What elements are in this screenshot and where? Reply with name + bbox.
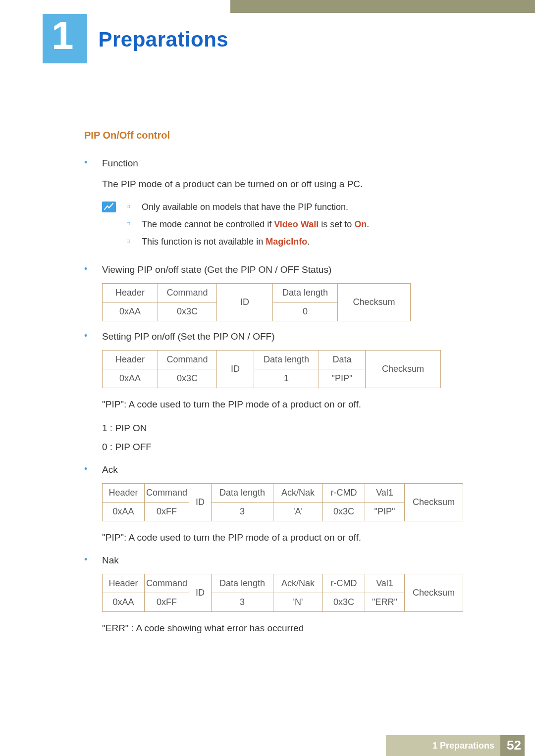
table-cell: Header bbox=[103, 484, 145, 503]
bullet-icon bbox=[84, 329, 102, 344]
table-cell: 0xAA bbox=[103, 302, 158, 321]
ack-label: Ack bbox=[102, 462, 118, 477]
table-cell: Val1 bbox=[365, 484, 405, 503]
table-cell: Checksum bbox=[405, 484, 463, 521]
chapter-tab: 1 bbox=[43, 14, 87, 63]
top-band bbox=[230, 0, 535, 13]
table-cell: ID bbox=[189, 574, 212, 612]
bullet-icon bbox=[84, 462, 102, 477]
pip-desc: "PIP": A code used to turn the PIP mode … bbox=[102, 396, 485, 413]
footer-label: 1 Preparations bbox=[432, 741, 494, 751]
table-cell: "ERR" bbox=[365, 593, 405, 612]
note-2: The mode cannot be controlled if Video W… bbox=[142, 218, 369, 231]
table-cell: 1 bbox=[254, 369, 319, 388]
table-cell: 3 bbox=[212, 503, 273, 521]
square-bullet-icon bbox=[127, 235, 142, 249]
table-cell: 0x3C bbox=[323, 593, 365, 612]
table-ack: Header Command ID Data length Ack/Nak r-… bbox=[102, 483, 463, 521]
table-cell: Command bbox=[145, 574, 189, 593]
table-cell: 0 bbox=[273, 302, 338, 321]
table-cell: Checksum bbox=[366, 351, 441, 388]
section-heading: PIP On/Off control bbox=[84, 130, 485, 141]
bullet-icon bbox=[84, 553, 102, 568]
table-cell: Header bbox=[103, 284, 158, 302]
pip-on: 1 : PIP ON bbox=[102, 420, 485, 437]
table-cell: Ack/Nak bbox=[273, 574, 323, 593]
pip-off: 0 : PIP OFF bbox=[102, 439, 485, 455]
chapter-header: 1 Preparations bbox=[43, 14, 228, 63]
table-cell: Header bbox=[103, 351, 158, 369]
table-cell: "PIP" bbox=[319, 369, 366, 388]
table-cell: Checksum bbox=[338, 284, 411, 321]
square-bullet-icon bbox=[127, 201, 142, 214]
table-cell: 0xFF bbox=[145, 593, 189, 612]
function-label: Function bbox=[102, 156, 138, 171]
chapter-number: 1 bbox=[52, 16, 74, 55]
table-cell: Data length bbox=[212, 484, 273, 503]
setting-label: Setting PIP on/off (Set the PIP ON / OFF… bbox=[102, 329, 275, 344]
table-cell: Val1 bbox=[365, 574, 405, 593]
viewing-label: Viewing PIP on/off state (Get the PIP ON… bbox=[102, 262, 331, 277]
function-desc: The PIP mode of a product can be turned … bbox=[102, 177, 485, 192]
table-cell: ID bbox=[217, 284, 273, 321]
table-cell: 'N' bbox=[273, 593, 323, 612]
note-icon bbox=[102, 202, 116, 212]
nak-desc: "ERR" : A code showing what error has oc… bbox=[102, 620, 485, 637]
square-bullet-icon bbox=[127, 218, 142, 231]
table-cell: Command bbox=[158, 284, 217, 302]
table-cell: r-CMD bbox=[323, 484, 365, 503]
table-cell: 0xAA bbox=[103, 503, 145, 521]
table-cell: r-CMD bbox=[323, 574, 365, 593]
table-cell: Command bbox=[158, 351, 217, 369]
table-cell: 0xFF bbox=[145, 503, 189, 521]
note-3: This function is not available in MagicI… bbox=[142, 235, 310, 249]
table-cell: Ack/Nak bbox=[273, 484, 323, 503]
table-cell: 0xAA bbox=[103, 369, 158, 388]
table-cell: Data length bbox=[212, 574, 273, 593]
table-cell: 'A' bbox=[273, 503, 323, 521]
ack-desc: "PIP": A code used to turn the PIP mode … bbox=[102, 529, 485, 546]
note-1: Only available on models that have the P… bbox=[142, 201, 348, 214]
bullet-icon bbox=[84, 156, 102, 171]
table-cell: 0x3C bbox=[323, 503, 365, 521]
table-cell: 0xAA bbox=[103, 593, 145, 612]
table-nak: Header Command ID Data length Ack/Nak r-… bbox=[102, 574, 463, 612]
nak-label: Nak bbox=[102, 553, 119, 568]
footer: 1 Preparations 52 bbox=[0, 735, 535, 756]
table-cell: Data length bbox=[273, 284, 338, 302]
table-cell: ID bbox=[189, 484, 212, 521]
table-cell: Checksum bbox=[405, 574, 463, 612]
table-cell: 0x3C bbox=[158, 369, 217, 388]
table-cell: 3 bbox=[212, 593, 273, 612]
table-cell: Command bbox=[145, 484, 189, 503]
table-cell: ID bbox=[217, 351, 254, 388]
bullet-icon bbox=[84, 262, 102, 277]
table-cell: Header bbox=[103, 574, 145, 593]
chapter-title: Preparations bbox=[98, 28, 228, 51]
footer-page-number: 52 bbox=[507, 738, 521, 753]
table-view: Header Command ID Data length Checksum 0… bbox=[102, 283, 411, 321]
table-cell: Data length bbox=[254, 351, 319, 369]
table-cell: Data bbox=[319, 351, 366, 369]
table-cell: "PIP" bbox=[365, 503, 405, 521]
table-cell: 0x3C bbox=[158, 302, 217, 321]
table-set: Header Command ID Data length Data Check… bbox=[102, 350, 441, 388]
